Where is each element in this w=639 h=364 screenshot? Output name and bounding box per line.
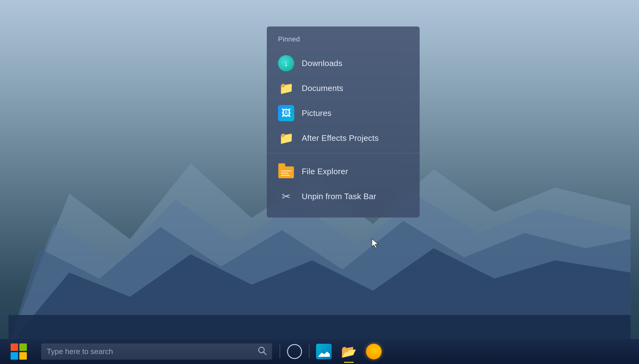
pictures-icon: 🖼 — [278, 105, 294, 121]
logo-quad-1 — [11, 343, 18, 351]
menu-item-documents[interactable]: 📁 Documents — [267, 76, 420, 101]
file-explorer-icon — [278, 163, 294, 180]
menu-item-unpin[interactable]: ✂ Unpin from Task Bar — [267, 184, 420, 209]
taskbar-separator-2 — [309, 345, 310, 358]
documents-label: Documents — [302, 84, 343, 93]
downloads-label: Downloads — [302, 59, 342, 68]
menu-item-pictures[interactable]: 🖼 Pictures — [267, 101, 420, 126]
file-explorer-taskbar-icon: 📂 — [341, 344, 357, 359]
documents-icon: 📁 — [278, 80, 294, 96]
menu-item-file-explorer[interactable]: File Explorer — [267, 159, 420, 184]
menu-item-after-effects[interactable]: 📁 After Effects Projects — [267, 126, 420, 151]
windows-logo — [11, 343, 27, 360]
downloads-icon: ↓ — [278, 55, 294, 71]
cortana-icon — [287, 344, 302, 359]
menu-divider — [267, 153, 420, 153]
file-explorer-label: File Explorer — [302, 167, 348, 176]
photos-button[interactable] — [312, 339, 336, 364]
after-effects-icon: 📁 — [278, 130, 294, 146]
search-bar[interactable]: Type here to search — [41, 343, 272, 360]
pinned-label: Pinned — [267, 35, 420, 51]
unpin-icon: ✂ — [278, 188, 294, 204]
logo-quad-4 — [19, 352, 27, 360]
taskbar: Type here to search 📂 — [0, 339, 639, 364]
taskbar-separator-1 — [280, 345, 280, 358]
menu-item-downloads[interactable]: ↓ Downloads — [267, 51, 420, 76]
search-placeholder: Type here to search — [47, 347, 254, 356]
context-menu: Pinned ↓ Downloads 📁 Documents 🖼 Picture… — [267, 26, 420, 218]
svg-line-6 — [264, 352, 266, 355]
weather-icon — [366, 344, 382, 359]
cortana-button[interactable] — [283, 339, 306, 364]
after-effects-label: After Effects Projects — [302, 133, 379, 143]
unpin-label: Unpin from Task Bar — [302, 192, 376, 201]
weather-button[interactable] — [362, 339, 386, 364]
pictures-label: Pictures — [302, 108, 332, 118]
logo-quad-3 — [11, 352, 18, 360]
search-icon — [258, 346, 266, 357]
photos-icon — [316, 344, 332, 359]
start-button[interactable] — [0, 339, 37, 364]
file-explorer-taskbar-button[interactable]: 📂 — [337, 339, 361, 364]
logo-quad-2 — [19, 343, 27, 351]
taskbar-icons: 📂 — [278, 339, 386, 364]
